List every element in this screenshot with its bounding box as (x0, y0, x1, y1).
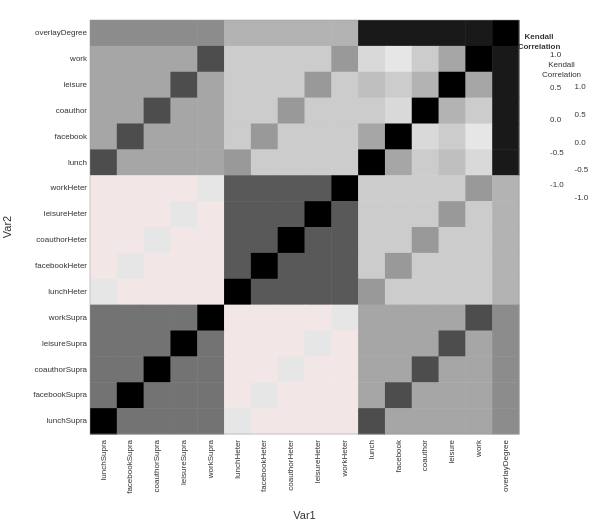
correlation-matrix (0, 0, 599, 524)
legend-gradient: 1.0 0.5 0.0 -0.5 -1.0 (553, 82, 571, 202)
legend-title: KendallCorrelation (534, 60, 589, 79)
legend: KendallCorrelation 1.0 0.5 0.0 -0.5 -1.0 (534, 60, 589, 202)
chart-container: KendallCorrelation 1.0 0.5 0.0 -0.5 -1.0 (0, 0, 599, 524)
